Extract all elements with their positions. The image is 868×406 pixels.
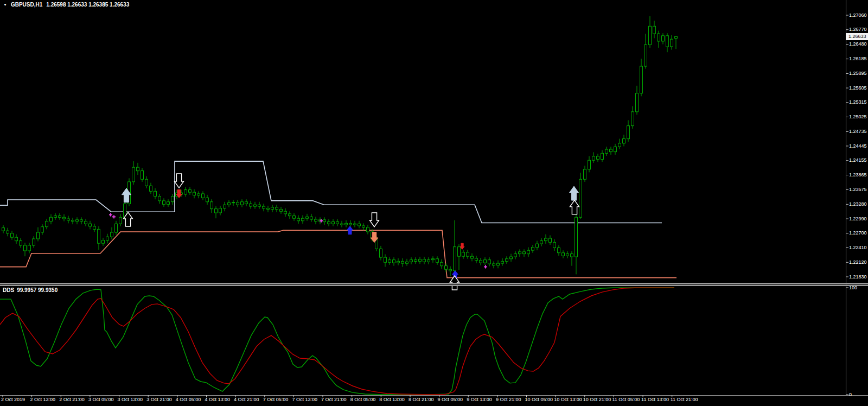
window-splitter[interactable]	[0, 283, 868, 286]
indicator-label: DDS99.9957 99.9350	[3, 287, 60, 293]
chart-canvas[interactable]	[0, 0, 868, 406]
current-price-box: 1.26633	[846, 33, 868, 40]
mt4-chart-window: ▼ GBPUSD,H1 1.26598 1.26633 1.26385 1.26…	[0, 0, 868, 406]
chart-title-bar: ▼ GBPUSD,H1 1.26598 1.26633 1.26385 1.26…	[3, 2, 129, 8]
indicator-name: DDS	[3, 287, 14, 293]
price-scale-drag-zone[interactable]	[846, 0, 868, 395]
ohlc-values-label: 1.26598 1.26633 1.26385 1.26633	[46, 2, 129, 8]
time-scale-drag-zone[interactable]	[0, 396, 868, 406]
indicator-values: 99.9957 99.9350	[17, 287, 58, 293]
symbol-dropdown-icon[interactable]: ▼	[3, 2, 7, 8]
symbol-period-label: GBPUSD,H1	[11, 2, 42, 8]
